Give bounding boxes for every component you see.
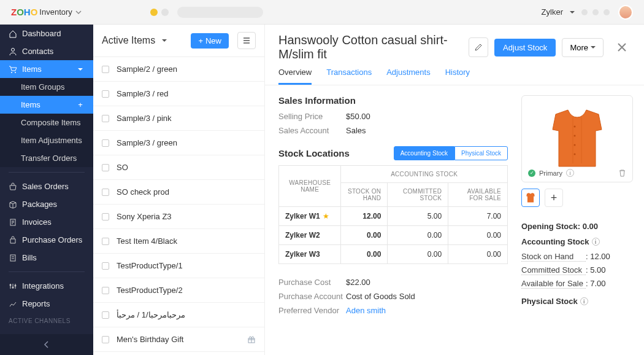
image-thumbnail[interactable] xyxy=(521,189,540,207)
more-button[interactable]: More xyxy=(562,38,604,57)
list-item-label: Test Item 4/Black xyxy=(117,236,177,246)
checkbox[interactable] xyxy=(102,238,109,245)
list-item[interactable]: Sony Xperia Z3 xyxy=(93,205,264,229)
svg-point-1 xyxy=(11,72,12,73)
caret-down-icon[interactable] xyxy=(160,36,169,45)
checkbox[interactable] xyxy=(102,189,109,196)
list-item[interactable]: TestProductType/1 xyxy=(93,254,264,278)
detail-tabs: Overview Transactions Adjustments Histor… xyxy=(265,61,644,85)
adjust-stock-button[interactable]: Adjust Stock xyxy=(494,39,556,57)
org-name[interactable]: Zylker xyxy=(542,7,563,17)
close-button[interactable] xyxy=(613,39,631,56)
list-item-label: Men's Birthday Gift xyxy=(117,335,183,344)
info-icon[interactable]: i xyxy=(580,297,588,305)
avl-label: Available for Sale xyxy=(521,279,586,289)
caret-down-icon xyxy=(76,65,85,74)
toggle-accounting[interactable]: Accounting Stock xyxy=(394,146,454,160)
checkbox[interactable] xyxy=(102,66,109,73)
sidebar-item-sales-orders[interactable]: Sales Orders xyxy=(0,178,93,195)
sub-items[interactable]: Items+ xyxy=(0,96,93,114)
sidebar-item-integrations[interactable]: Integrations xyxy=(0,277,93,295)
list-item[interactable]: مرحبامرحبا/1 / مرحبأ xyxy=(93,303,264,327)
sidebar-item-purchase-orders[interactable]: Purchase Orders xyxy=(0,231,93,249)
product-image xyxy=(537,105,617,173)
menu-icon xyxy=(242,36,251,45)
new-item-button[interactable]: +New xyxy=(191,33,229,49)
item-list-column: Active Items +New Sample/2 / greenSample… xyxy=(93,25,265,355)
person-icon xyxy=(9,47,17,56)
add-image-button[interactable]: + xyxy=(545,189,563,207)
sidebar-item-packages[interactable]: Packages xyxy=(0,195,93,213)
sub-adjustments[interactable]: Item Adjustments xyxy=(0,131,93,149)
checkbox[interactable] xyxy=(102,287,109,294)
cell-soh: 0.00 xyxy=(341,245,388,264)
table-row[interactable]: Zylker W30.000.000.00 xyxy=(279,245,508,264)
sidebar-item-dashboard[interactable]: Dashboard xyxy=(0,25,93,42)
list-item[interactable]: SO xyxy=(93,155,264,180)
svg-point-9 xyxy=(574,126,576,128)
list-item[interactable]: Test Item 4/Black xyxy=(93,229,264,254)
search-pill[interactable] xyxy=(177,7,263,18)
sidebar-item-reports[interactable]: Reports xyxy=(0,295,93,313)
sidebar-sub-items: Item Groups Items+ Composite Items Item … xyxy=(0,78,93,167)
info-icon[interactable]: i xyxy=(566,169,574,177)
delete-image-button[interactable] xyxy=(618,169,626,177)
bill-icon xyxy=(9,254,17,262)
soh-label: Stock on Hand xyxy=(521,252,586,262)
list-item-label: SO check prod xyxy=(117,187,169,197)
avatar[interactable] xyxy=(618,5,633,20)
checkbox[interactable] xyxy=(102,90,109,98)
sidebar-item-bills[interactable]: Bills xyxy=(0,249,93,267)
checkbox[interactable] xyxy=(102,115,109,122)
list-item[interactable]: TestProductType/2 xyxy=(93,278,264,303)
table-row[interactable]: Zylker W20.000.000.00 xyxy=(279,226,508,245)
checkbox[interactable] xyxy=(102,336,109,343)
cell-warehouse: Zylker W1★ xyxy=(279,207,341,226)
preferred-vendor-value[interactable]: Aden smith xyxy=(346,306,386,315)
svg-rect-4 xyxy=(10,255,15,261)
sidebar-item-invoices[interactable]: Invoices xyxy=(0,213,93,231)
checkbox[interactable] xyxy=(102,164,109,171)
selling-price-value: $50.00 xyxy=(346,112,370,121)
checkbox[interactable] xyxy=(102,262,109,270)
list-item[interactable]: Tea Tray xyxy=(93,352,264,355)
list-item[interactable]: Men's Birthday Gift xyxy=(93,327,264,352)
checkbox[interactable] xyxy=(102,311,109,319)
list-title[interactable]: Active Items xyxy=(102,35,155,46)
checkbox[interactable] xyxy=(102,213,109,220)
list-item[interactable]: Sample/3 / green xyxy=(93,131,264,155)
tab-overview[interactable]: Overview xyxy=(278,68,312,85)
chevron-down-icon[interactable] xyxy=(74,8,83,17)
sub-item-groups[interactable]: Item Groups xyxy=(0,78,93,96)
list-item[interactable]: SO check prod xyxy=(93,180,264,205)
caret-down-icon[interactable] xyxy=(568,8,577,17)
toggle-physical[interactable]: Physical Stock xyxy=(454,146,508,160)
edit-button[interactable] xyxy=(469,37,488,57)
purchase-account-value: Cost of Goods Sold xyxy=(346,292,415,301)
list-menu-button[interactable] xyxy=(237,32,256,49)
tab-adjustments[interactable]: Adjustments xyxy=(386,68,431,85)
sidebar-collapse[interactable] xyxy=(0,334,93,355)
sub-transfer[interactable]: Transfer Orders xyxy=(0,149,93,167)
svg-point-11 xyxy=(574,144,576,146)
list-item[interactable]: Sample/3 / red xyxy=(93,82,264,106)
list-item[interactable]: Sample/2 / green xyxy=(93,57,264,82)
list-item-label: Sony Xperia Z3 xyxy=(117,212,172,221)
package-icon xyxy=(9,200,17,209)
sliders-icon xyxy=(9,282,17,291)
checkbox[interactable] xyxy=(102,139,109,147)
list-item[interactable]: Sample/3 / pink xyxy=(93,106,264,131)
tab-history[interactable]: History xyxy=(445,68,470,85)
cell-warehouse: Zylker W2 xyxy=(279,226,341,245)
home-icon xyxy=(9,29,17,38)
info-icon[interactable]: i xyxy=(592,238,600,246)
close-icon xyxy=(617,42,627,52)
tab-transactions[interactable]: Transactions xyxy=(326,68,372,85)
sub-composite[interactable]: Composite Items xyxy=(0,114,93,131)
th-group: ACCOUNTING STOCK xyxy=(341,166,508,183)
sidebar-item-contacts[interactable]: Contacts xyxy=(0,42,93,60)
table-row[interactable]: Zylker W1★12.005.007.00 xyxy=(279,207,508,226)
svg-point-7 xyxy=(15,284,17,286)
plus-icon[interactable]: + xyxy=(76,101,85,109)
sidebar-item-items[interactable]: Items xyxy=(0,60,93,78)
